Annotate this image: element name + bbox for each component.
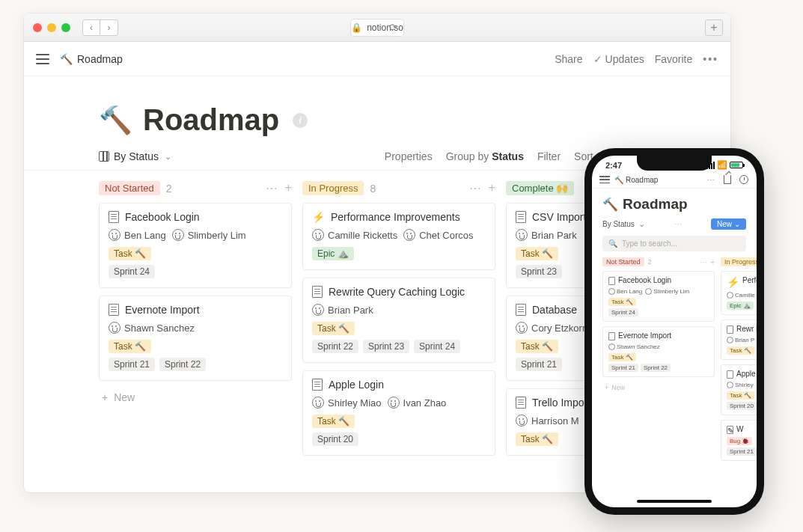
- card-title-row: Apple Login: [312, 379, 486, 391]
- card-assignees: Shawn Sanchez: [109, 322, 282, 334]
- type-tag: Task 🔨: [516, 340, 558, 353]
- app-topbar: 🔨 Roadmap Share ✓ Updates Favorite •••: [24, 42, 730, 76]
- board-card[interactable]: Facebook Login Ben LangSlimberly Lim Tas…: [99, 203, 292, 288]
- card-title: W: [736, 425, 743, 434]
- avatar-icon: [312, 229, 324, 241]
- status-chip[interactable]: In Progress: [721, 257, 757, 266]
- add-card-button[interactable]: +New: [602, 382, 715, 394]
- board-card[interactable]: Rewrite Query Caching Logic Brian Park T…: [302, 278, 495, 363]
- page-header: 🔨 Roadmap i: [24, 76, 730, 143]
- assignee: Camille Ricketts: [312, 229, 397, 241]
- phone-sidebar-toggle-icon[interactable]: [599, 176, 610, 183]
- phone-board: Not Started 2 ⋯+Facebook Login Ben LangS…: [592, 257, 757, 465]
- hammer-icon[interactable]: 🔨: [602, 197, 618, 213]
- sprint-tag: Sprint 24: [414, 340, 460, 353]
- card-title: Database: [532, 304, 577, 316]
- phone-screen: 2:47 📶 🔨 Roadmap ⋯ 🔨 Roadmap: [592, 156, 757, 507]
- maximize-window-icon[interactable]: [61, 23, 70, 32]
- refresh-icon[interactable]: ⟳: [389, 22, 397, 33]
- phone-page-title[interactable]: Roadmap: [623, 196, 688, 213]
- phone-new-button[interactable]: New⌄: [711, 218, 746, 230]
- card-title: Apple: [736, 370, 756, 379]
- phone-card[interactable]: Apple Shirley Task 🔨 Sprint 20: [721, 364, 757, 415]
- phone-card[interactable]: ✎W Bug 🐞 Sprint 21: [721, 420, 757, 461]
- type-tag: Task 🔨: [727, 346, 754, 355]
- type-tag: Task 🔨: [608, 298, 636, 306]
- page-title[interactable]: Roadmap: [143, 103, 279, 137]
- type-tag: Task 🔨: [516, 247, 558, 260]
- plus-icon: +: [102, 391, 108, 403]
- sprint-tag: Sprint 22: [312, 340, 358, 353]
- home-indicator[interactable]: [637, 500, 712, 503]
- phone-view-selector[interactable]: By Status ⌄: [602, 219, 645, 229]
- column-add-icon[interactable]: +: [285, 181, 292, 195]
- card-title-row: Rewrite Query Caching Logic: [312, 286, 486, 298]
- column-header: Not Started 2 ⋯+: [99, 181, 292, 195]
- column-add-icon[interactable]: +: [710, 258, 715, 266]
- status-chip[interactable]: Not Started: [99, 181, 160, 195]
- search-placeholder: Type to search...: [622, 239, 677, 248]
- phone-more-icon[interactable]: ⋯: [706, 174, 716, 185]
- phone-card[interactable]: Facebook Login Ben LangSlimberly Lim Tas…: [602, 271, 715, 322]
- more-options-icon[interactable]: •••: [703, 53, 718, 65]
- column-add-icon[interactable]: +: [489, 181, 495, 195]
- status-chip[interactable]: In Progress: [302, 181, 364, 195]
- avatar-icon: [109, 322, 120, 334]
- page-icon: [727, 325, 733, 334]
- close-window-icon[interactable]: [33, 23, 42, 32]
- card-title-row: ⚡Performance Improvements: [312, 211, 486, 223]
- group-by-button[interactable]: Group by Status: [446, 150, 524, 162]
- back-button[interactable]: ‹: [82, 19, 100, 36]
- avatar-icon: [109, 229, 120, 241]
- page-icon[interactable]: 🔨: [99, 105, 132, 136]
- battery-icon: [730, 162, 743, 168]
- status-chip[interactable]: Not Started: [602, 257, 644, 266]
- status-chip[interactable]: Complete 🙌: [506, 181, 574, 195]
- phone-history-icon[interactable]: [739, 174, 749, 185]
- add-card-button[interactable]: +New: [99, 388, 292, 406]
- updates-button[interactable]: ✓ Updates: [593, 53, 644, 65]
- new-tab-button[interactable]: +: [705, 19, 723, 36]
- avatar-icon: [172, 229, 184, 241]
- avatar-icon: [516, 229, 528, 241]
- phone-view-more-icon[interactable]: ⋯: [674, 220, 682, 228]
- phone-breadcrumb[interactable]: 🔨 Roadmap: [614, 176, 658, 184]
- breadcrumb[interactable]: 🔨 Roadmap: [60, 53, 123, 65]
- page-icon: [312, 286, 323, 298]
- phone-card[interactable]: Evernote Import Shawn Sanchez Task 🔨 Spr…: [602, 326, 715, 377]
- column-header: In Progress 8 ⋯+: [302, 181, 495, 195]
- assignee: Camille: [727, 292, 755, 299]
- hammer-icon: 🔨: [614, 176, 623, 184]
- card-tags: Epic ⛰️: [312, 247, 486, 260]
- column-count: 2: [166, 183, 172, 195]
- filter-button[interactable]: Filter: [537, 150, 561, 162]
- phone-card[interactable]: ⚡Perfo Camille Epic ⛰️: [721, 271, 757, 315]
- view-selector[interactable]: By Status ⌄: [99, 150, 171, 170]
- avatar-icon: [516, 322, 528, 334]
- card-assignees: Ben LangSlimberly Lim: [109, 229, 282, 241]
- column-more-icon[interactable]: ⋯: [469, 181, 481, 195]
- card-title: CSV Import: [532, 211, 586, 223]
- phone-page-header: 🔨 Roadmap: [592, 189, 757, 215]
- board-card[interactable]: Apple Login Shirley MiaoIvan Zhao Task 🔨…: [302, 370, 495, 456]
- bolt-icon: ⚡: [727, 276, 739, 289]
- phone-share-icon[interactable]: [722, 174, 733, 185]
- column-more-icon[interactable]: ⋯: [266, 181, 278, 195]
- sidebar-toggle-icon[interactable]: [36, 54, 49, 64]
- phone-search-input[interactable]: 🔍 Type to search...: [602, 236, 746, 251]
- forward-button[interactable]: ›: [100, 19, 118, 36]
- minimize-window-icon[interactable]: [47, 23, 56, 32]
- sprint-tag: Sprint 20: [727, 402, 757, 410]
- card-title-row: Facebook Login: [109, 211, 282, 223]
- info-icon[interactable]: i: [293, 113, 308, 128]
- phone-card[interactable]: Rewr Logic Brian P Task 🔨: [721, 319, 757, 360]
- board-card[interactable]: ⚡Performance Improvements Camille Ricket…: [302, 203, 495, 270]
- favorite-button[interactable]: Favorite: [655, 53, 693, 65]
- address-bar[interactable]: 🔒 notion.so ⟳: [350, 19, 404, 37]
- column-more-icon[interactable]: ⋯: [700, 258, 707, 266]
- card-title: Facebook Login: [125, 211, 200, 223]
- board-card[interactable]: Evernote Import Shawn Sanchez Task 🔨 Spr…: [99, 296, 292, 381]
- check-icon: ✓: [593, 53, 602, 65]
- properties-button[interactable]: Properties: [385, 150, 433, 162]
- share-button[interactable]: Share: [555, 53, 582, 65]
